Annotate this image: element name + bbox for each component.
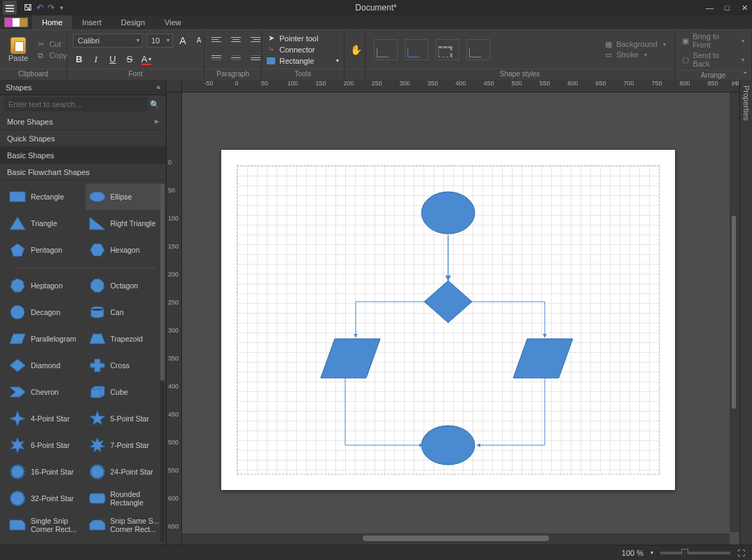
undo-icon[interactable]: ↶ — [36, 3, 43, 13]
redo-icon[interactable]: ↷ — [48, 3, 55, 13]
shape-item-star32[interactable]: 32-Point Star — [6, 485, 85, 512]
shape-item-rounded_rect[interactable]: Rounded Rectangle — [85, 485, 165, 512]
ruler-h-label: 100 — [287, 80, 298, 87]
valign-top-button[interactable] — [210, 52, 223, 65]
tab-insert[interactable]: Insert — [72, 15, 111, 29]
pointer-tool-button[interactable]: ➤Pointer tool — [265, 34, 341, 43]
shape-item-cube[interactable]: Cube — [85, 379, 165, 405]
shape-item-pentagon[interactable]: Pentagon — [6, 237, 85, 263]
collapse-panel-icon[interactable]: « — [156, 83, 160, 91]
shape-item-star7[interactable]: 7-Point Star — [85, 432, 165, 458]
minimize-button[interactable]: — — [705, 4, 714, 13]
file-tab[interactable] — [0, 15, 32, 29]
align-left-button[interactable] — [210, 34, 223, 47]
connector-tool-button[interactable]: ⤷Connector — [265, 45, 341, 55]
shape-item-right_triangle[interactable]: Right Triangle — [85, 210, 165, 237]
shape-item-heptagon[interactable]: Heptagon — [6, 272, 85, 299]
style-swatch-3[interactable] — [436, 39, 459, 60]
shape-item-decagon[interactable]: Decagon — [6, 299, 85, 326]
cube-icon — [88, 384, 106, 400]
copy-button[interactable]: Copy — [35, 50, 70, 60]
style-swatch-2[interactable] — [405, 39, 429, 60]
bring-front-button[interactable]: ▣Bring to Front▾ — [679, 31, 747, 50]
page[interactable] — [221, 150, 675, 490]
zoom-dropdown-icon[interactable]: ▾ — [650, 550, 653, 556]
shape-item-trapezoid[interactable]: Trapezoid — [85, 326, 165, 352]
send-back-button[interactable]: ▢Send to Back▾ — [679, 50, 747, 69]
bold-button[interactable]: B — [73, 53, 85, 66]
increase-font-button[interactable]: A — [176, 34, 189, 47]
valign-middle-button[interactable] — [230, 52, 242, 65]
app-menu-button[interactable] — [3, 1, 17, 15]
shape-item-snip_same[interactable]: Snip Same S... Corner Rect... — [85, 512, 165, 538]
shape-item-star6[interactable]: 6-Point Star — [6, 432, 85, 458]
font-color-button[interactable]: A▾ — [140, 53, 153, 66]
shape-item-hexagon[interactable]: Hexagon — [85, 237, 165, 263]
shape-item-ellipse[interactable]: Ellipse — [85, 183, 165, 210]
tab-home[interactable]: Home — [32, 15, 72, 29]
decrease-font-button[interactable]: A — [193, 34, 205, 47]
shapes-panel-header: Shapes « — [0, 80, 166, 95]
cat-basic-flowchart[interactable]: Basic Flowchart Shapes — [0, 164, 166, 181]
ruler-vertical[interactable]: 050100150200250300350400450500550600650 — [167, 92, 182, 545]
maximize-button[interactable]: □ — [723, 4, 732, 13]
shape-item-chevron[interactable]: Chevron — [6, 379, 85, 405]
pan-tool-button[interactable]: ✋ — [350, 44, 362, 55]
shape-item-diamond[interactable]: Diamond — [6, 352, 85, 379]
style-swatch-4[interactable] — [466, 39, 490, 60]
ruler-h-label: 850 — [707, 80, 718, 87]
chevron-down-icon: ▾ — [162, 37, 169, 43]
cat-more-shapes[interactable]: More Shapes▶ — [0, 113, 166, 130]
shape-item-star4[interactable]: 4-Point Star — [6, 405, 85, 432]
shape-item-snip_single[interactable]: Single Snip Corner Rect... — [6, 512, 85, 538]
cat-quick-shapes[interactable]: Quick Shapes — [0, 130, 166, 147]
properties-panel-collapsed[interactable]: Properties — [739, 80, 752, 545]
shape-item-star24[interactable]: 24-Point Star — [85, 458, 165, 485]
vertical-scrollbar[interactable] — [730, 92, 739, 532]
align-right-button[interactable] — [249, 34, 262, 47]
zoom-slider[interactable] — [660, 552, 730, 554]
zoom-fit-button[interactable]: ⛶ — [737, 549, 745, 557]
stroke-button[interactable]: ▭Stroke▾ — [602, 50, 669, 59]
ruler-horizontal[interactable]: -500501001502002503003504004505005506006… — [182, 80, 739, 92]
save-icon[interactable]: 🖫 — [24, 3, 32, 13]
valign-bottom-button[interactable] — [249, 52, 262, 65]
close-button[interactable]: ✕ — [740, 4, 749, 13]
shape-item-triangle[interactable]: Triangle — [6, 210, 85, 237]
font-size-combo[interactable]: 10▾ — [146, 34, 173, 48]
shape-item-star16[interactable]: 16-Point Star — [6, 458, 85, 485]
paste-button[interactable]: Paste — [6, 36, 31, 64]
ruler-h-label: 50 — [261, 80, 268, 87]
canvas-viewport[interactable] — [182, 92, 730, 532]
rectangle-tool-button[interactable]: Rectangle▾ — [265, 56, 341, 66]
font-family-combo[interactable]: Calibri▾ — [73, 34, 143, 48]
octagon-icon — [88, 278, 106, 293]
shape-item-parallelogram[interactable]: Parallelogram — [6, 326, 85, 352]
tab-design[interactable]: Design — [111, 15, 155, 29]
shapes-search-input[interactable] — [4, 97, 148, 111]
star16-icon — [8, 464, 27, 479]
shape-item-star5[interactable]: 5-Point Star — [85, 405, 165, 432]
ruler-h-label: 650 — [595, 80, 606, 87]
style-swatch-1[interactable] — [374, 39, 398, 60]
shape-item-octagon[interactable]: Octagon — [85, 272, 165, 299]
ribbon-collapse-button[interactable]: ⌃ — [742, 71, 748, 78]
shape-item-can[interactable]: Can — [85, 299, 165, 326]
horizontal-scrollbar[interactable] — [182, 533, 730, 545]
qat-customize-icon[interactable]: ▼ — [59, 5, 64, 11]
svg-marker-27 — [90, 520, 105, 530]
align-center-button[interactable] — [230, 34, 242, 47]
italic-button[interactable]: I — [90, 53, 102, 66]
shape-item-label: Can — [111, 308, 124, 316]
background-button[interactable]: ▦Background▾ — [602, 39, 669, 49]
search-icon[interactable]: 🔍 — [148, 100, 162, 109]
cat-basic-shapes[interactable]: Basic Shapes — [0, 147, 166, 164]
strike-button[interactable]: S — [123, 53, 136, 66]
shapes-panel-scrollbar[interactable] — [160, 183, 165, 542]
tab-view[interactable]: View — [155, 15, 191, 29]
shape-item-rectangle[interactable]: Rectangle — [6, 183, 85, 210]
cut-button[interactable]: Cut — [35, 39, 70, 49]
shape-item-cross[interactable]: Cross — [85, 352, 165, 379]
svg-rect-2 — [6, 10, 14, 12]
underline-button[interactable]: U — [106, 53, 119, 66]
